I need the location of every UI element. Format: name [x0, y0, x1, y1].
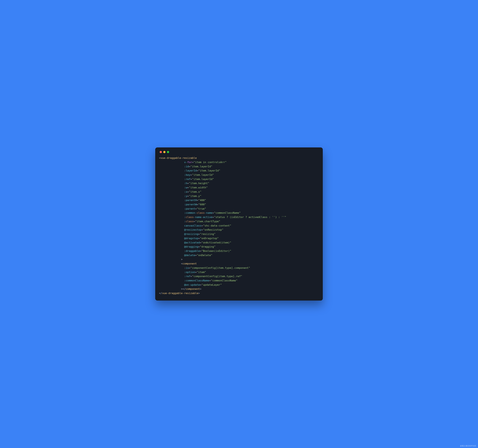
indent	[159, 228, 184, 231]
attr: @activated	[184, 241, 200, 244]
attr: :y	[184, 195, 187, 198]
string: "status ? (isEditor ? activedClass : '')…	[214, 216, 286, 219]
eq: =	[192, 161, 194, 164]
string: "item in controlsArr"	[194, 161, 227, 164]
attr: @resizing	[184, 233, 198, 236]
eq: =	[201, 224, 203, 227]
string: "item.layerId"	[190, 165, 213, 168]
tag-name: vue-draggable-resizable	[162, 292, 198, 295]
string: "updateLayer"	[201, 283, 222, 286]
indent	[159, 173, 184, 176]
eq: =	[197, 199, 198, 202]
attr: :is	[184, 266, 189, 269]
string: "item.height"	[189, 182, 209, 185]
attr: -name	[205, 211, 213, 214]
attr: :	[184, 216, 186, 219]
string: "onDragstop"	[200, 237, 219, 240]
string: "onResizstop"	[203, 228, 223, 231]
indent	[159, 283, 184, 286]
attr: :key	[184, 173, 190, 176]
indent	[159, 216, 184, 219]
attr: @delete	[184, 254, 195, 257]
attr: :x	[184, 190, 187, 193]
eq: =	[187, 182, 189, 185]
string: "item"	[197, 271, 206, 274]
eq: =	[189, 165, 190, 168]
string: "componentConfig[item.type].component"	[190, 266, 250, 269]
indent	[159, 233, 184, 236]
eq: =	[194, 220, 195, 223]
string: "shc-data-content"	[203, 224, 231, 227]
indent	[159, 279, 184, 282]
indent	[159, 288, 181, 290]
indent	[159, 254, 184, 257]
attr: :parent	[184, 207, 195, 210]
indent	[159, 211, 184, 214]
tag-name: vue-draggable-resizable	[161, 156, 197, 160]
punct: >	[181, 258, 182, 261]
punct: <	[159, 156, 161, 160]
eq: =	[201, 228, 203, 231]
attr: @dragstop	[184, 237, 198, 240]
indent	[159, 165, 184, 168]
attr: :id	[184, 165, 189, 168]
eq: =	[195, 207, 197, 210]
eq: =	[213, 211, 214, 214]
watermark: @掘土最后技术社区	[460, 445, 476, 447]
code-block: <vue-draggable-resizable v-for="item in …	[159, 156, 319, 295]
eq: =	[198, 237, 200, 240]
eq: =	[197, 169, 198, 172]
eq: =	[187, 195, 189, 198]
eq: =	[187, 186, 189, 189]
indent	[159, 182, 184, 185]
indent	[159, 169, 184, 172]
string: "Boolean(isEditor)"	[201, 250, 231, 252]
attr: :draggable	[184, 250, 200, 252]
eq: =	[198, 233, 200, 236]
close-icon[interactable]	[160, 151, 162, 153]
attr: :commonClassName	[184, 279, 209, 282]
indent	[159, 241, 184, 244]
eq: =	[190, 178, 192, 181]
eq: =	[189, 266, 190, 269]
eq: =	[195, 271, 197, 274]
indent	[159, 203, 184, 206]
code-window: <vue-draggable-resizable v-for="item in …	[155, 147, 323, 301]
string: "commonClassName"	[211, 279, 238, 282]
indent	[159, 199, 184, 202]
eq: =	[200, 283, 201, 286]
string: "onActivated(item)"	[201, 241, 231, 244]
indent	[159, 250, 184, 252]
attr: :ref	[184, 178, 190, 181]
string: "item.x"	[189, 190, 201, 193]
eq: =	[198, 245, 200, 248]
string: "dragging"	[200, 245, 215, 248]
class-keyword: class	[197, 211, 205, 214]
attr: :parentW	[184, 203, 197, 206]
keyword-for: for	[187, 161, 192, 164]
string: "item.chartType"	[195, 220, 220, 223]
string: "item.width"	[189, 186, 208, 189]
string: "400"	[198, 199, 206, 202]
indent	[159, 237, 184, 240]
string: "resizing"	[200, 233, 215, 236]
class-keyword: class	[186, 216, 194, 219]
indent	[159, 245, 184, 248]
attr: @on-update	[184, 283, 200, 286]
string: "item.layerId"	[192, 178, 214, 181]
attr: -name-active	[194, 216, 213, 219]
tag-name: component	[182, 262, 197, 265]
attr: @resizestop	[184, 228, 201, 231]
string: "onDelete"	[197, 254, 212, 257]
attr: :layerId	[184, 169, 197, 172]
eq: =	[209, 279, 211, 282]
string: "true"	[197, 207, 206, 210]
attr: :w	[184, 186, 187, 189]
maximize-icon[interactable]	[167, 151, 169, 153]
string: "item.layerId"	[198, 169, 220, 172]
indent	[159, 271, 184, 274]
minimize-icon[interactable]	[163, 151, 165, 153]
indent	[159, 224, 184, 227]
attr: :parentH	[184, 199, 197, 202]
attr: :option	[184, 271, 195, 274]
